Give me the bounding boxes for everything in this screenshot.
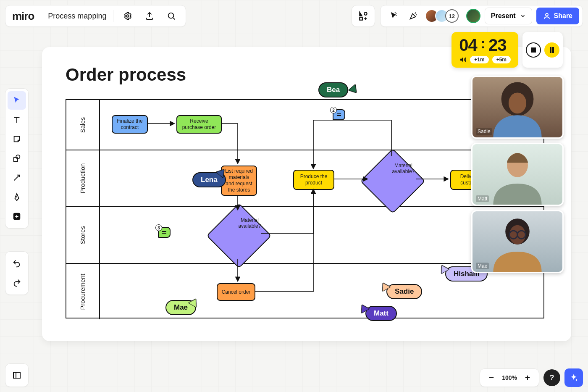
divider	[41, 10, 41, 22]
svg-rect-3	[360, 17, 362, 20]
arrow-icon	[12, 173, 21, 182]
shapes-icon	[12, 154, 21, 163]
sparkle-icon	[569, 373, 578, 382]
node-cancel-order[interactable]: Cancel order	[217, 283, 255, 301]
plus-icon	[524, 374, 531, 381]
export-button[interactable]	[142, 8, 157, 24]
pen-tool[interactable]	[8, 188, 26, 206]
node-receive-order[interactable]: Receive purchase order	[176, 115, 222, 134]
avatar-overflow-count[interactable]: 12	[445, 9, 459, 23]
video-tile-sadie[interactable]: Sadie	[471, 76, 564, 139]
share-button[interactable]: Share	[536, 8, 579, 24]
lane-label-production: Production	[79, 163, 87, 194]
confetti-icon	[409, 11, 418, 21]
node-list-materials[interactable]: List required materials and request the …	[221, 166, 257, 196]
zoom-level[interactable]: 100%	[502, 374, 517, 381]
svg-rect-7	[552, 47, 554, 53]
person-add-icon	[543, 12, 551, 20]
question-icon: ?	[550, 374, 554, 382]
chevron-down-icon	[520, 13, 526, 19]
svg-rect-6	[550, 47, 551, 53]
shape-tool[interactable]	[8, 149, 26, 168]
zoom-controls: 100%	[480, 368, 539, 387]
video-tile-matt[interactable]: Matt	[471, 143, 564, 206]
undo-icon	[12, 259, 21, 268]
search-button[interactable]	[164, 8, 179, 24]
sticky-note-tool[interactable]	[8, 130, 26, 148]
timer-controls	[522, 32, 563, 68]
svg-rect-5	[531, 47, 536, 53]
stop-timer-button[interactable]	[526, 42, 541, 58]
present-button[interactable]: Present	[485, 8, 532, 24]
add-5m-button[interactable]: +5m	[492, 56, 511, 63]
board-name[interactable]: Process mapping	[48, 12, 106, 21]
divider	[113, 10, 113, 22]
tool-toolbar	[5, 88, 29, 229]
redo-icon	[12, 278, 21, 287]
svg-point-12	[509, 92, 526, 113]
comment-pin[interactable]: 2	[333, 109, 345, 120]
apps-panel[interactable]	[352, 5, 375, 27]
upload-icon	[145, 11, 154, 21]
timer-minutes: 04	[459, 36, 477, 54]
timer-widget: 04 : 23 +1m +5m	[452, 32, 563, 68]
cursor-mae: Mae	[165, 297, 196, 315]
reactions-button[interactable]	[406, 8, 421, 24]
ai-assist-button[interactable]	[564, 368, 583, 387]
pause-icon	[549, 47, 554, 53]
shapes-icon	[358, 11, 369, 21]
add-1m-button[interactable]: +1m	[470, 56, 488, 63]
select-tool[interactable]	[8, 91, 26, 110]
svg-point-0	[127, 15, 129, 17]
lane-label-stores: Stores	[79, 226, 86, 244]
settings-button[interactable]	[120, 8, 135, 24]
more-tools[interactable]	[8, 207, 26, 226]
miro-logo[interactable]: miro	[12, 10, 34, 23]
video-tiles: Sadie Matt Mae	[471, 76, 564, 273]
redo-button[interactable]	[8, 274, 26, 292]
sticky-note-icon	[12, 134, 21, 144]
diagram-title: Order process	[66, 65, 186, 85]
svg-point-2	[364, 12, 367, 15]
stop-icon	[531, 47, 536, 53]
cursor-bea: Bea	[318, 82, 358, 97]
zoom-in-button[interactable]	[520, 371, 535, 385]
collaborator-avatars[interactable]: 12	[425, 9, 459, 23]
connector-tool[interactable]	[8, 168, 26, 187]
svg-rect-18	[13, 372, 20, 378]
timer-display[interactable]: 04 : 23 +1m +5m	[452, 32, 518, 68]
history-toolbar	[5, 251, 29, 295]
comment-pin[interactable]: 3	[158, 227, 171, 238]
zoom-out-button[interactable]	[484, 371, 499, 385]
cursor-matt: Matt	[365, 303, 397, 321]
text-tool[interactable]	[8, 110, 26, 129]
node-produce-product[interactable]: Produce the product	[293, 170, 334, 190]
node-finalize-contract[interactable]: Finalize the contract	[112, 115, 148, 134]
comment-icon	[336, 113, 342, 117]
search-icon	[167, 11, 176, 21]
timer-seconds: 23	[488, 36, 507, 54]
sound-icon[interactable]	[459, 56, 467, 63]
frames-panel-button[interactable]	[5, 363, 29, 387]
video-tile-mae[interactable]: Mae	[471, 210, 564, 273]
comment-icon	[161, 230, 167, 234]
undo-button[interactable]	[8, 254, 26, 273]
video-name: Sadie	[476, 128, 492, 135]
present-label: Present	[491, 12, 516, 20]
share-label: Share	[554, 12, 572, 20]
plus-icon	[12, 212, 21, 221]
help-button[interactable]: ?	[543, 369, 560, 386]
cursor-lena: Lena	[192, 165, 226, 187]
video-name: Mae	[476, 263, 489, 269]
board-header: miro Process mapping	[5, 5, 186, 27]
svg-point-1	[168, 13, 174, 18]
collaboration-bar: 12 Present Share	[380, 5, 583, 27]
lane-label-sales: Sales	[79, 117, 87, 133]
frames-icon	[12, 370, 22, 380]
cursor-mode-button[interactable]	[386, 8, 402, 24]
cursor-icon	[389, 11, 399, 21]
pause-timer-button[interactable]	[544, 42, 559, 58]
video-name: Matt	[476, 195, 489, 202]
cursor-icon	[12, 96, 21, 105]
current-user-avatar[interactable]	[466, 9, 480, 23]
